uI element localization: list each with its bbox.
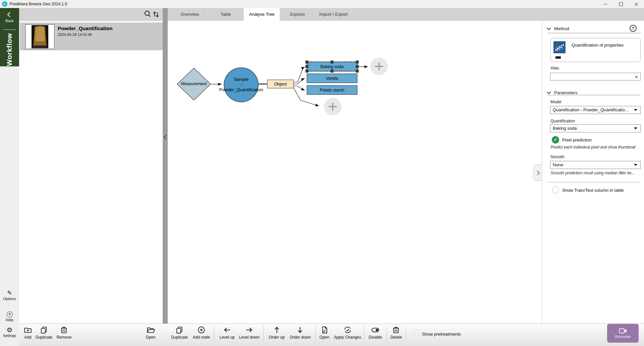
sidebar-divider xyxy=(3,30,16,30)
toolbar-separator xyxy=(364,326,364,341)
help-button[interactable]: ? Help xyxy=(0,311,19,322)
add-node-button[interactable]: Add node xyxy=(193,326,210,340)
order-up-label: Order up xyxy=(269,335,284,340)
open-node-button[interactable]: Open xyxy=(319,326,329,340)
separator xyxy=(547,95,641,95)
node-sample-line2: - xyxy=(240,82,242,87)
search-icon[interactable] xyxy=(145,11,151,17)
quantification-method-icon xyxy=(553,41,566,55)
tab-analyse-tree[interactable]: Analyse Tree xyxy=(244,8,280,21)
pixel-prediction-checkbox[interactable]: ✓ xyxy=(552,136,559,143)
help-icon: ? xyxy=(7,311,13,318)
smooth-hint: Smooth prediction result using median fi… xyxy=(550,171,635,175)
tab-explore[interactable]: Explore xyxy=(280,8,316,21)
gear-icon: ⚙ xyxy=(0,327,19,333)
powder-pouch-image xyxy=(26,25,54,49)
method-help-icon[interactable]: ? xyxy=(630,25,637,32)
node-object[interactable]: Object xyxy=(267,80,293,88)
node-potato-starch-label: Potato starch xyxy=(320,88,344,93)
order-up-button[interactable]: Order up xyxy=(269,326,284,340)
node-baking-soda-label: Baking soda xyxy=(321,64,344,69)
level-up-button[interactable]: Level up xyxy=(219,326,234,340)
order-down-label: Order down xyxy=(290,335,311,340)
file-list-header xyxy=(19,8,163,21)
options-label: Options xyxy=(0,297,19,301)
delete-node-button[interactable]: Delete xyxy=(390,326,402,340)
tab-overview[interactable]: Overview xyxy=(172,8,208,21)
remove-button[interactable]: Remove xyxy=(57,326,72,340)
add-node-button-right[interactable] xyxy=(371,58,387,75)
apply-changes-button[interactable]: Apply Changes xyxy=(334,326,361,340)
disable-button[interactable]: Disable xyxy=(369,326,382,340)
add-button[interactable]: Add xyxy=(23,326,32,340)
node-baking-soda[interactable]: Baking soda xyxy=(306,61,359,73)
node-sample[interactable]: Sample - Powder_Quantification xyxy=(219,68,263,102)
duplicate-icon xyxy=(40,326,48,334)
back-button[interactable]: Back xyxy=(0,10,19,25)
tab-import-export[interactable]: Import / Export xyxy=(316,8,352,21)
separator xyxy=(547,182,641,182)
pixel-prediction-hint: Predict each individual pixel and show t… xyxy=(550,145,635,150)
maximize-icon xyxy=(619,2,623,6)
sort-icon[interactable] xyxy=(152,10,160,19)
level-up-label: Level up xyxy=(219,335,234,340)
arrow-left-icon xyxy=(223,326,231,334)
method-header-label: Method xyxy=(554,26,569,31)
duplicate-icon xyxy=(175,326,184,334)
quantification-dropdown[interactable]: Baking soda xyxy=(550,124,641,132)
panel-splitter[interactable] xyxy=(163,8,168,346)
maximize-button[interactable] xyxy=(613,0,629,8)
minimize-button[interactable] xyxy=(598,0,613,8)
plus-circle-icon xyxy=(197,326,206,334)
tab-table[interactable]: Table xyxy=(208,8,244,21)
settings-button[interactable]: ⚙ Settings xyxy=(0,327,19,338)
add-node-button-bottom[interactable] xyxy=(324,98,341,115)
node-potato-starch[interactable]: Potato starch xyxy=(307,85,357,95)
level-down-button[interactable]: Level down xyxy=(239,326,260,340)
open-workflow-button[interactable]: Open xyxy=(146,326,155,340)
model-dropdown[interactable]: Quantification - Powder_Quantificatio... xyxy=(550,106,641,114)
method-dash-icon xyxy=(555,56,561,59)
clear-icon[interactable]: × xyxy=(635,73,638,81)
apply-changes-icon xyxy=(343,326,352,334)
pixel-prediction-label: Pixel prediction xyxy=(562,137,592,142)
alias-input[interactable]: × xyxy=(550,73,641,80)
close-button[interactable] xyxy=(629,0,644,8)
alias-label: Alias xyxy=(550,66,559,70)
chevron-down-icon xyxy=(547,90,551,94)
open-folder-icon xyxy=(146,326,155,334)
duplicate-node-button[interactable]: Duplicate xyxy=(171,326,188,340)
help-label: Help xyxy=(0,318,19,322)
chevron-down-icon xyxy=(547,26,551,30)
duplicate-button[interactable]: Duplicate xyxy=(36,326,52,340)
method-section-header[interactable]: Method xyxy=(547,25,608,32)
apply-changes-label: Apply Changes xyxy=(334,335,361,340)
order-down-button[interactable]: Order down xyxy=(290,326,311,340)
smooth-dropdown[interactable]: None xyxy=(550,161,641,169)
app-logo-icon: b. xyxy=(2,1,7,7)
node-sample-line1: Sample xyxy=(234,77,249,82)
node-measurement[interactable]: Measurement xyxy=(177,68,211,100)
model-value: Quantification - Powder_Quantificatio... xyxy=(553,107,628,112)
minimize-icon xyxy=(604,4,607,4)
quantification-label: Quantification xyxy=(550,119,575,123)
train-test-radio[interactable] xyxy=(552,186,559,194)
options-button[interactable]: ✎ Options xyxy=(0,290,19,301)
node-measurement-label: Measurement xyxy=(181,81,207,86)
toolbar-separator xyxy=(387,326,387,341)
sidebar-item-workflow[interactable]: Workflow xyxy=(0,32,19,67)
recorder-button[interactable]: Recorder xyxy=(607,324,639,343)
analyse-tree-diagram: Measurement Sample - Powder_Quantificati… xyxy=(168,21,533,162)
parameters-header-label: Parameters xyxy=(554,90,578,95)
show-pretreatments-radio[interactable] xyxy=(413,330,420,337)
open-label: Open xyxy=(146,335,155,340)
node-vanilla-label: Vanilla xyxy=(326,76,338,81)
item-thumbnail xyxy=(25,24,55,49)
toolbar-separator xyxy=(406,326,406,341)
node-vanilla[interactable]: Vanilla xyxy=(307,74,357,83)
separator xyxy=(547,33,641,33)
chevron-down-icon xyxy=(634,164,637,166)
toolbar-separator xyxy=(263,326,264,341)
open-document-icon xyxy=(320,326,329,334)
search-handle xyxy=(148,14,150,17)
